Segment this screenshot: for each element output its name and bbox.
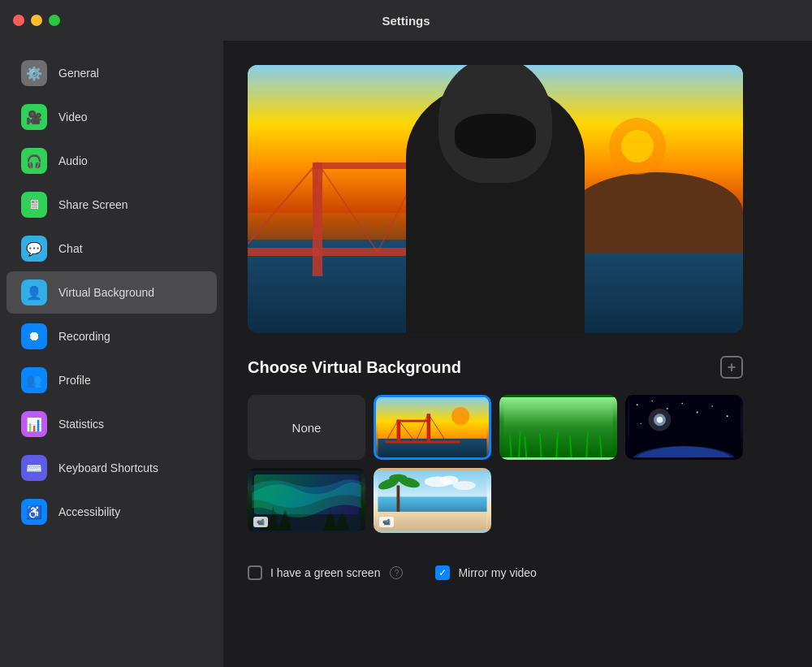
traffic-lights bbox=[13, 15, 60, 26]
profile-icon: 👥 bbox=[21, 367, 47, 393]
bg-golden-gate-preview bbox=[376, 397, 489, 457]
sidebar-label-chat: Chat bbox=[58, 242, 83, 255]
sidebar-label-profile: Profile bbox=[58, 374, 91, 387]
svg-rect-59 bbox=[378, 496, 486, 512]
sidebar-label-share-screen: Share Screen bbox=[58, 198, 128, 211]
keyboard-shortcuts-icon: ⌨️ bbox=[21, 455, 47, 481]
svg-point-38 bbox=[651, 401, 652, 401]
share-screen-icon: 🖥 bbox=[21, 192, 47, 218]
sidebar-label-audio: Audio bbox=[58, 154, 88, 167]
bg-option-space[interactable] bbox=[625, 395, 743, 460]
sidebar-item-virtual-background[interactable]: 👤 Virtual Background bbox=[6, 271, 217, 314]
statistics-icon: 📊 bbox=[21, 411, 47, 437]
svg-point-39 bbox=[667, 408, 668, 409]
bg-space-preview bbox=[628, 397, 741, 457]
background-grid: None bbox=[248, 395, 743, 533]
mirror-video-label: Mirror my video bbox=[458, 566, 536, 579]
minimize-button[interactable] bbox=[31, 15, 42, 26]
sidebar-item-statistics[interactable]: 📊 Statistics bbox=[6, 403, 217, 445]
svg-point-45 bbox=[727, 415, 728, 417]
video-badge-beach: 📹 bbox=[379, 517, 394, 527]
svg-point-48 bbox=[657, 417, 663, 422]
sidebar-item-keyboard-shortcuts[interactable]: ⌨️ Keyboard Shortcuts bbox=[6, 447, 217, 489]
virtual-background-icon: 👤 bbox=[21, 279, 47, 305]
main-layout: ⚙️ General 🎥 Video 🎧 Audio 🖥 Share Scree… bbox=[0, 41, 812, 667]
svg-line-5 bbox=[317, 162, 378, 252]
svg-line-3 bbox=[248, 162, 317, 244]
green-screen-help-icon[interactable]: ? bbox=[390, 566, 403, 579]
mirror-video-checkbox[interactable]: ✓ bbox=[435, 565, 450, 580]
green-screen-checkbox[interactable] bbox=[248, 565, 262, 580]
section-title-row: Choose Virtual Background + bbox=[248, 356, 743, 379]
green-screen-option[interactable]: I have a green screen ? bbox=[248, 565, 403, 580]
bg-option-grass[interactable] bbox=[499, 395, 617, 460]
bg-option-golden-gate[interactable] bbox=[374, 395, 491, 460]
sidebar-label-virtual-background: Virtual Background bbox=[58, 286, 154, 299]
mask bbox=[455, 114, 536, 158]
svg-rect-60 bbox=[397, 486, 400, 512]
sidebar-label-video: Video bbox=[58, 110, 88, 123]
svg-point-40 bbox=[681, 403, 682, 404]
svg-rect-27 bbox=[503, 397, 612, 457]
person-head bbox=[438, 65, 552, 183]
audio-icon: 🎧 bbox=[21, 148, 47, 174]
bg-option-none[interactable]: None bbox=[248, 395, 365, 460]
sidebar-item-profile[interactable]: 👥 Profile bbox=[6, 359, 217, 401]
sidebar: ⚙️ General 🎥 Video 🎧 Audio 🖥 Share Scree… bbox=[0, 41, 223, 667]
svg-rect-19 bbox=[397, 420, 401, 443]
bottom-options: I have a green screen ? ✓ Mirror my vide… bbox=[248, 565, 743, 580]
sidebar-item-chat[interactable]: 💬 Chat bbox=[6, 227, 217, 270]
bg-option-aurora[interactable]: 📹 bbox=[248, 468, 365, 533]
sidebar-item-general[interactable]: ⚙️ General bbox=[6, 52, 217, 94]
bg-none-label: None bbox=[292, 421, 322, 435]
svg-rect-26 bbox=[386, 441, 461, 444]
bg-grass-preview bbox=[502, 397, 615, 457]
accessibility-icon: ♿ bbox=[21, 499, 47, 525]
content-area: Choose Virtual Background + None bbox=[223, 41, 812, 667]
mirror-video-option[interactable]: ✓ Mirror my video bbox=[435, 565, 536, 580]
sidebar-item-accessibility[interactable]: ♿ Accessibility bbox=[6, 491, 217, 533]
sidebar-item-recording[interactable]: ⏺ Recording bbox=[6, 315, 217, 357]
recording-icon: ⏺ bbox=[21, 323, 47, 349]
sidebar-label-accessibility: Accessibility bbox=[58, 505, 120, 518]
svg-point-41 bbox=[697, 412, 698, 414]
svg-point-63 bbox=[389, 474, 407, 482]
sidebar-label-recording: Recording bbox=[58, 330, 110, 343]
chat-icon: 💬 bbox=[21, 236, 47, 262]
add-icon: + bbox=[728, 360, 736, 375]
svg-point-15 bbox=[621, 130, 654, 162]
maximize-button[interactable] bbox=[49, 15, 60, 26]
svg-point-44 bbox=[711, 405, 712, 406]
close-button[interactable] bbox=[13, 15, 24, 26]
green-screen-label: I have a green screen bbox=[270, 566, 380, 579]
add-background-button[interactable]: + bbox=[720, 356, 743, 379]
video-background bbox=[248, 65, 743, 333]
sidebar-item-share-screen[interactable]: 🖥 Share Screen bbox=[6, 184, 217, 226]
svg-point-37 bbox=[637, 404, 638, 405]
sidebar-label-statistics: Statistics bbox=[58, 418, 104, 431]
general-icon: ⚙️ bbox=[21, 60, 47, 86]
sidebar-item-audio[interactable]: 🎧 Audio bbox=[6, 140, 217, 182]
titlebar: Settings bbox=[0, 0, 812, 41]
aurora-glow bbox=[254, 474, 359, 514]
svg-point-66 bbox=[453, 481, 476, 490]
svg-point-42 bbox=[641, 423, 641, 424]
video-badge-aurora: 📹 bbox=[253, 517, 268, 527]
video-preview bbox=[248, 65, 743, 333]
video-icon: 🎥 bbox=[21, 104, 47, 130]
svg-rect-20 bbox=[427, 414, 431, 442]
section-title-text: Choose Virtual Background bbox=[248, 358, 461, 377]
sidebar-label-keyboard-shortcuts: Keyboard Shortcuts bbox=[58, 461, 158, 474]
sidebar-item-video[interactable]: 🎥 Video bbox=[6, 96, 217, 138]
bg-option-beach[interactable]: 📹 bbox=[374, 468, 491, 533]
sidebar-label-general: General bbox=[58, 67, 99, 80]
svg-point-18 bbox=[451, 407, 469, 425]
window-title: Settings bbox=[382, 14, 430, 28]
